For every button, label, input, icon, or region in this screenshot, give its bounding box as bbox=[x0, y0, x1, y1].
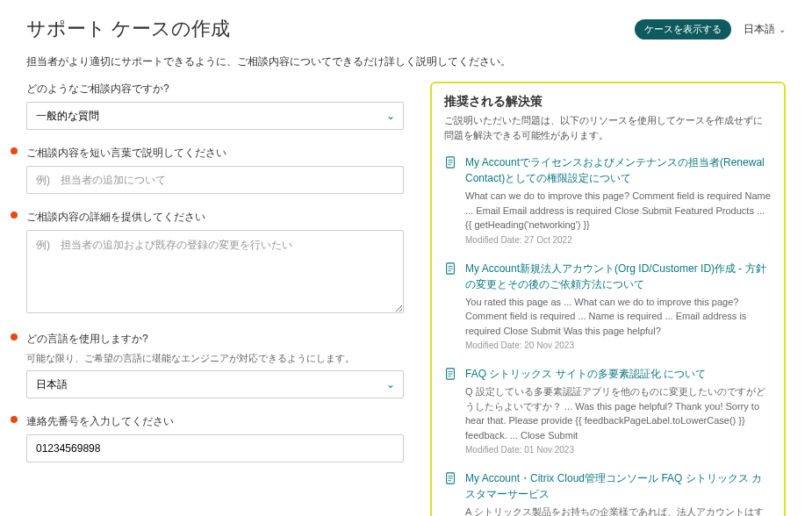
view-cases-button[interactable]: ケースを表示する bbox=[635, 19, 731, 39]
recommendation-item: My Account・Citrix Cloud管理コンソール FAQ シトリック… bbox=[444, 470, 772, 516]
recommendations-intro: ご説明いただいた問題は、以下のリソースを使用してケースを作成せずに問題を解決でき… bbox=[444, 113, 772, 142]
recommendation-desc: Q 設定している多要素認証アプリを他のものに変更したいのですがどうしたらよいです… bbox=[465, 384, 772, 442]
recommendation-item: FAQ シトリックス サイトの多要素認証化 について Q 設定している多要素認証… bbox=[444, 366, 772, 455]
recommendation-date: Modified Date: 27 Oct 2022 bbox=[465, 235, 772, 245]
language-label: 日本語 bbox=[744, 22, 775, 37]
type-label: どのようなご相談内容ですか? bbox=[26, 82, 404, 97]
language-help: 可能な限り、ご希望の言語に堪能なエンジニアが対応できるようにします。 bbox=[26, 352, 404, 365]
recommendations-title: 推奨される解決策 bbox=[444, 94, 772, 110]
phone-label: 連絡先番号を入力してください bbox=[26, 414, 404, 429]
required-dot bbox=[11, 211, 18, 219]
recommendation-link[interactable]: My Account新規法人アカウント(Org ID/Customer ID)作… bbox=[465, 262, 766, 290]
subject-label: ご相談内容を短い言葉で説明してください bbox=[26, 146, 404, 161]
recommendation-date: Modified Date: 20 Nov 2023 bbox=[465, 340, 772, 350]
type-select[interactable]: 一般的な質問 bbox=[26, 102, 404, 130]
document-icon bbox=[444, 368, 456, 380]
recommendation-item: My Account新規法人アカウント(Org ID/Customer ID)作… bbox=[444, 261, 772, 351]
recommendations-panel: 推奨される解決策 ご説明いただいた問題は、以下のリソースを使用してケースを作成せ… bbox=[430, 82, 786, 516]
required-dot bbox=[11, 147, 18, 154]
phone-input[interactable] bbox=[26, 434, 404, 462]
detail-label: ご相談内容の詳細を提供してください bbox=[26, 210, 404, 225]
recommendation-desc: You rated this page as ... What can we d… bbox=[465, 295, 772, 339]
recommendation-desc: A シトリックス製品をお持ちの企業様であれば、法人アカウントはすでにお持ちでいら… bbox=[465, 505, 772, 516]
recommendation-desc: What can we do to improve this page? Com… bbox=[465, 189, 772, 233]
required-dot bbox=[11, 416, 18, 423]
language-label: どの言語を使用しますか? bbox=[26, 332, 404, 347]
recommendation-link[interactable]: My Accountでライセンスおよびメンテナンスの担当者(Renewal Co… bbox=[465, 156, 765, 184]
recommendation-link[interactable]: My Account・Citrix Cloud管理コンソール FAQ シトリック… bbox=[465, 472, 762, 500]
detail-textarea[interactable] bbox=[26, 230, 404, 313]
recommendation-item: My Accountでライセンスおよびメンテナンスの担当者(Renewal Co… bbox=[444, 154, 772, 245]
document-icon bbox=[444, 262, 456, 275]
page-title: サポート ケースの作成 bbox=[26, 16, 230, 42]
recommendation-date: Modified Date: 01 Nov 2023 bbox=[465, 445, 772, 455]
document-icon bbox=[444, 156, 456, 168]
subject-input[interactable] bbox=[26, 166, 404, 194]
chevron-down-icon: ⌄ bbox=[779, 25, 786, 34]
language-selector[interactable]: 日本語 ⌄ bbox=[744, 22, 786, 37]
language-select[interactable]: 日本語 bbox=[26, 370, 404, 398]
document-icon bbox=[444, 472, 456, 484]
recommendation-link[interactable]: FAQ シトリックス サイトの多要素認証化 について bbox=[465, 368, 706, 380]
required-dot bbox=[11, 333, 18, 340]
intro-text: 担当者がより適切にサポートできるように、ご相談内容についてできるだけ詳しく説明し… bbox=[26, 54, 786, 69]
